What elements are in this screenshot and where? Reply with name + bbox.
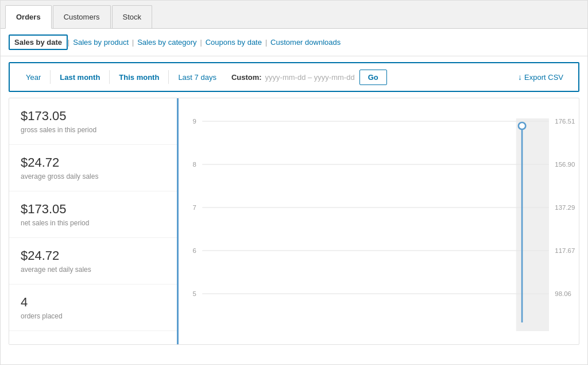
sub-nav: Sales by date | Sales by product | Sales… bbox=[1, 29, 587, 56]
stat-orders-placed: 4 orders placed bbox=[9, 285, 177, 331]
stat-net-sales-label: net sales in this period bbox=[21, 219, 165, 227]
tab-stock[interactable]: Stock bbox=[112, 5, 153, 28]
divider-2 bbox=[109, 70, 110, 84]
subnav-sales-by-category[interactable]: Sales by category bbox=[134, 38, 200, 47]
svg-text:117.67: 117.67 bbox=[555, 247, 575, 254]
svg-point-11 bbox=[519, 122, 525, 129]
svg-text:7: 7 bbox=[192, 204, 196, 211]
svg-text:176.51: 176.51 bbox=[555, 118, 575, 125]
svg-text:6: 6 bbox=[192, 247, 196, 254]
stat-avg-gross-value: $24.72 bbox=[21, 155, 165, 170]
subnav-coupons-by-date[interactable]: Coupons by date bbox=[202, 38, 265, 47]
filter-year-button[interactable]: Year bbox=[18, 70, 49, 85]
svg-text:98.06: 98.06 bbox=[555, 290, 571, 297]
custom-date-placeholder[interactable]: yyyy-mm-dd – yyyy-mm-dd bbox=[265, 73, 355, 82]
stat-net-sales-value: $173.05 bbox=[21, 202, 165, 217]
go-button[interactable]: Go bbox=[359, 70, 387, 85]
stat-gross-sales-value: $173.05 bbox=[21, 109, 165, 124]
svg-rect-10 bbox=[516, 118, 549, 331]
stats-sidebar: $173.05 gross sales in this period $24.7… bbox=[9, 98, 179, 344]
tab-customers[interactable]: Customers bbox=[53, 5, 111, 28]
filter-bar: Year Last month This month Last 7 days C… bbox=[9, 62, 579, 92]
filter-this-month-button[interactable]: This month bbox=[111, 70, 167, 85]
subnav-sales-by-product[interactable]: Sales by product bbox=[69, 38, 132, 47]
custom-label: Custom: bbox=[231, 73, 262, 82]
export-csv-button[interactable]: ↓ Export CSV bbox=[511, 69, 570, 85]
tab-orders[interactable]: Orders bbox=[5, 5, 52, 29]
svg-text:156.90: 156.90 bbox=[555, 161, 575, 168]
custom-range: Custom: yyyy-mm-dd – yyyy-mm-dd Go bbox=[225, 70, 511, 85]
subnav-sales-by-date[interactable]: Sales by date bbox=[9, 34, 68, 50]
chart-inner: 9 8 7 6 5 176.51 156.90 bbox=[184, 104, 579, 334]
divider-3 bbox=[168, 70, 169, 84]
svg-text:8: 8 bbox=[192, 161, 196, 168]
filter-last-7-days-button[interactable]: Last 7 days bbox=[170, 70, 225, 85]
svg-text:137.29: 137.29 bbox=[555, 204, 575, 211]
export-label: Export CSV bbox=[524, 73, 563, 82]
stat-orders-placed-label: orders placed bbox=[21, 312, 165, 320]
stat-gross-sales-label: gross sales in this period bbox=[21, 126, 165, 134]
chart-svg: 9 8 7 6 5 176.51 156.90 bbox=[184, 104, 579, 334]
svg-text:5: 5 bbox=[192, 290, 196, 297]
main-content: $173.05 gross sales in this period $24.7… bbox=[9, 98, 579, 345]
stat-avg-net-value: $24.72 bbox=[21, 248, 165, 263]
filter-last-month-button[interactable]: Last month bbox=[52, 70, 108, 85]
stat-orders-placed-value: 4 bbox=[21, 295, 165, 310]
stat-net-sales: $173.05 net sales in this period bbox=[9, 191, 177, 238]
stat-avg-net-label: average net daily sales bbox=[21, 266, 165, 274]
divider-1 bbox=[50, 70, 51, 84]
download-icon: ↓ bbox=[518, 72, 522, 82]
stat-gross-sales: $173.05 gross sales in this period bbox=[9, 98, 177, 145]
top-tab-bar: Orders Customers Stock bbox=[1, 1, 587, 29]
stat-avg-gross-label: average gross daily sales bbox=[21, 172, 165, 180]
stat-avg-net: $24.72 average net daily sales bbox=[9, 238, 177, 285]
svg-text:9: 9 bbox=[192, 118, 196, 125]
stat-avg-gross: $24.72 average gross daily sales bbox=[9, 145, 177, 191]
chart-area: 9 8 7 6 5 176.51 156.90 bbox=[179, 98, 579, 344]
subnav-customer-downloads[interactable]: Customer downloads bbox=[267, 38, 344, 47]
